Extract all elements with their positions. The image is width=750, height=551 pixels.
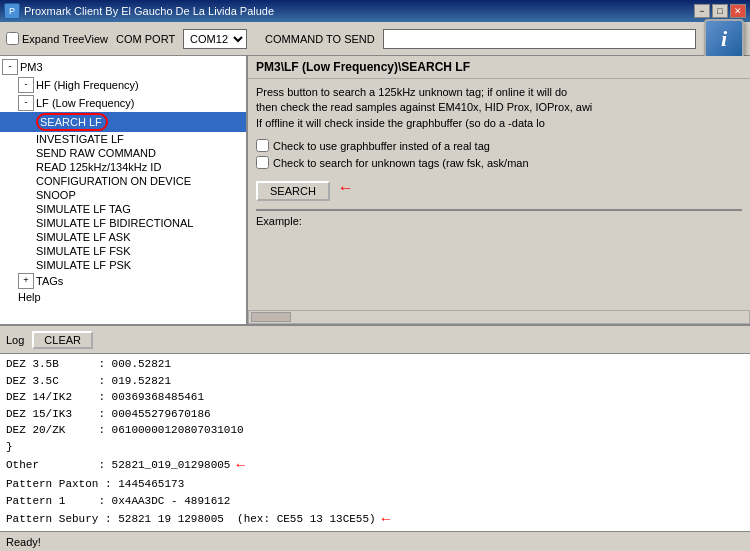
tree-label-read-125: READ 125kHz/134kHz ID — [36, 161, 161, 173]
tree-item-pm3[interactable]: - PM3 — [0, 58, 246, 76]
search-arrow-indicator: ← — [338, 179, 354, 197]
separator — [256, 209, 742, 211]
tree-item-tags[interactable]: + TAGs — [0, 272, 246, 290]
tree-item-config[interactable]: CONFIGURATION ON DEVICE — [0, 174, 246, 188]
graphbuffer-label: Check to use graphbuffer insted of a rea… — [273, 140, 490, 152]
toolbar: Expand TreeView COM PORT COM12 COM1COM2C… — [0, 22, 750, 56]
tree-expander-pm3[interactable]: - — [2, 59, 18, 75]
tree-item-simulate-lf-bi[interactable]: SIMULATE LF BIDIRECTIONAL — [0, 216, 246, 230]
content-header: PM3\LF (Low Frequency)\SEARCH LF — [248, 56, 750, 79]
tree-label-help: Help — [18, 291, 41, 303]
tree-label-search-lf: SEARCH LF — [40, 116, 102, 128]
unknown-tags-label: Check to search for unknown tags (raw fs… — [273, 157, 529, 169]
close-button[interactable]: ✕ — [730, 4, 746, 18]
tree-label-pm3: PM3 — [20, 61, 43, 73]
content-description: Press button to search a 125kHz unknown … — [256, 85, 742, 131]
tree-item-help[interactable]: Help — [0, 290, 246, 304]
log-label: Log — [6, 334, 24, 346]
log-text: } — [6, 439, 13, 456]
statusbar: Ready! — [0, 531, 750, 551]
tree-label-simulate-lf-psk: SIMULATE LF PSK — [36, 259, 131, 271]
example-label: Example: — [256, 215, 742, 227]
tree-label-snoop: SNOOP — [36, 189, 76, 201]
status-text: Ready! — [6, 536, 41, 548]
log-text: DEZ 3.5B : 000.52821 — [6, 356, 171, 373]
log-line-dez15: DEZ 15/IK3 : 000455279670186 — [6, 406, 744, 423]
search-lf-highlight: SEARCH LF — [36, 113, 108, 131]
tree-expander-hf[interactable]: - — [18, 77, 34, 93]
tree-label-send-raw: SEND RAW COMMAND — [36, 147, 156, 159]
unknown-tags-checkbox[interactable] — [256, 156, 269, 169]
log-text: Pattern Paxton : 1445465173 — [6, 476, 184, 493]
log-line-sebury: Pattern Sebury : 52821 19 1298005 (hex: … — [6, 509, 744, 530]
log-line-dez20: DEZ 20/ZK : 06100000120807031010 — [6, 422, 744, 439]
log-text: DEZ 3.5C : 019.52821 — [6, 373, 171, 390]
titlebar: P Proxmark Client By El Gaucho De La Liv… — [0, 0, 750, 22]
expand-treeview-checkbox[interactable] — [6, 32, 19, 45]
tree-item-investigate-lf[interactable]: INVESTIGATE LF — [0, 132, 246, 146]
log-text: Valid EM410x ID Found! — [6, 530, 151, 531]
log-line-paxton: Pattern Paxton : 1445465173 — [6, 476, 744, 493]
log-area[interactable]: DEZ 3.5B : 000.52821 DEZ 3.5C : 019.5282… — [0, 354, 750, 531]
log-text: Pattern Sebury : 52821 19 1298005 (hex: … — [6, 511, 376, 528]
tree-item-snoop[interactable]: SNOOP — [0, 188, 246, 202]
tree-label-hf: HF (High Frequency) — [36, 79, 139, 91]
tree-label-tags: TAGs — [36, 275, 63, 287]
tree-label-simulate-lf-fsk: SIMULATE LF FSK — [36, 245, 131, 257]
log-line-other: Other : 52821_019_01298005 ← — [6, 455, 744, 476]
scroll-thumb[interactable] — [251, 312, 291, 322]
log-line-dez35b: DEZ 3.5B : 000.52821 — [6, 356, 744, 373]
tree-expander-lf[interactable]: - — [18, 95, 34, 111]
log-text: DEZ 14/IK2 : 00369368485461 — [6, 389, 204, 406]
log-line-valid: Valid EM410x ID Found! — [6, 530, 744, 531]
tree-label-lf: LF (Low Frequency) — [36, 97, 134, 109]
titlebar-title: Proxmark Client By El Gaucho De La Livid… — [24, 5, 694, 17]
tree-label-simulate-lf-tag: SIMULATE LF TAG — [36, 203, 131, 215]
content-scrollbar[interactable] — [248, 310, 750, 324]
info-button[interactable]: i — [704, 19, 744, 59]
graphbuffer-checkbox[interactable] — [256, 139, 269, 152]
main-area: - PM3 - HF (High Frequency) - LF (Low Fr… — [0, 56, 750, 326]
tree-item-hf[interactable]: - HF (High Frequency) — [0, 76, 246, 94]
log-arrow-sebury: ← — [382, 509, 390, 530]
tree-label-simulate-lf-ask: SIMULATE LF ASK — [36, 231, 131, 243]
tree-item-read-125[interactable]: READ 125kHz/134kHz ID — [0, 160, 246, 174]
log-toolbar: Log CLEAR — [0, 326, 750, 354]
tree-label-investigate-lf: INVESTIGATE LF — [36, 133, 124, 145]
tree-item-send-raw[interactable]: SEND RAW COMMAND — [0, 146, 246, 160]
graphbuffer-checkbox-row: Check to use graphbuffer insted of a rea… — [256, 139, 742, 152]
clear-button[interactable]: CLEAR — [32, 331, 93, 349]
log-text: Pattern 1 : 0x4AA3DC - 4891612 — [6, 493, 230, 510]
tree-expander-tags[interactable]: + — [18, 273, 34, 289]
search-button[interactable]: SEARCH — [256, 181, 330, 201]
log-text: DEZ 20/ZK : 06100000120807031010 — [6, 422, 244, 439]
command-input[interactable] — [383, 29, 696, 49]
expand-treeview-label: Expand TreeView — [22, 33, 108, 45]
maximize-button[interactable]: □ — [712, 4, 728, 18]
log-text: DEZ 15/IK3 : 000455279670186 — [6, 406, 211, 423]
comport-label: COM PORT — [116, 33, 175, 45]
app-icon: P — [4, 3, 20, 19]
log-line-dez35c: DEZ 3.5C : 019.52821 — [6, 373, 744, 390]
command-label: COMMAND TO SEND — [265, 33, 375, 45]
tree-panel: - PM3 - HF (High Frequency) - LF (Low Fr… — [0, 56, 248, 324]
tree-item-simulate-lf-tag[interactable]: SIMULATE LF TAG — [0, 202, 246, 216]
tree-item-simulate-lf-psk[interactable]: SIMULATE LF PSK — [0, 258, 246, 272]
titlebar-buttons: − □ ✕ — [694, 4, 746, 18]
expand-treeview-checkbox-group: Expand TreeView — [6, 32, 108, 45]
minimize-button[interactable]: − — [694, 4, 710, 18]
tree-item-simulate-lf-fsk[interactable]: SIMULATE LF FSK — [0, 244, 246, 258]
tree-item-simulate-lf-ask[interactable]: SIMULATE LF ASK — [0, 230, 246, 244]
tree-label-config: CONFIGURATION ON DEVICE — [36, 175, 191, 187]
tree-label-simulate-lf-bi: SIMULATE LF BIDIRECTIONAL — [36, 217, 194, 229]
log-line-brace: } — [6, 439, 744, 456]
tree-item-lf[interactable]: - LF (Low Frequency) — [0, 94, 246, 112]
log-text: Other : 52821_019_01298005 — [6, 457, 230, 474]
unknown-tags-checkbox-row: Check to search for unknown tags (raw fs… — [256, 156, 742, 169]
comport-select[interactable]: COM12 COM1COM2COM3 — [183, 29, 247, 49]
tree-item-search-lf[interactable]: SEARCH LF — [0, 112, 246, 132]
log-line-dez14: DEZ 14/IK2 : 00369368485461 — [6, 389, 744, 406]
content-body: Press button to search a 125kHz unknown … — [248, 79, 750, 308]
log-arrow-other: ← — [236, 455, 244, 476]
content-panel: PM3\LF (Low Frequency)\SEARCH LF Press b… — [248, 56, 750, 324]
